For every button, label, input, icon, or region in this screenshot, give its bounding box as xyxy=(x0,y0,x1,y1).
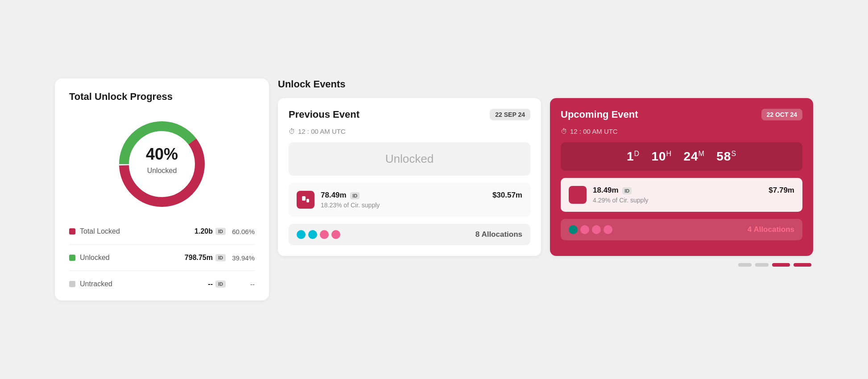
countdown-seconds: 58S xyxy=(716,149,736,163)
svg-rect-5 xyxy=(302,196,306,201)
main-container: Total Unlock Progress 40% Unlocked xyxy=(55,78,813,301)
untracked-badge: ID xyxy=(215,280,226,288)
page-dot-1[interactable] xyxy=(738,263,752,267)
legend: Total Locked 1.20b ID 60.06% Unlocked 79… xyxy=(69,227,255,288)
upcoming-token-info: 18.49m ID $7.79m 4.29% of Cir. supply xyxy=(561,178,802,212)
prev-allocations-row[interactable]: 8 Allocations xyxy=(289,224,530,245)
upcoming-token-details: 18.49m ID $7.79m 4.29% of Cir. supply xyxy=(593,186,794,204)
upcoming-event-title: Upcoming Event xyxy=(561,109,638,120)
untracked-dot xyxy=(69,281,75,287)
prev-dot-1 xyxy=(297,230,306,239)
unlocked-value: 798.75m xyxy=(185,254,213,262)
untracked-label: Untracked xyxy=(80,280,112,288)
upcoming-event-date: 22 OCT 24 xyxy=(761,109,802,120)
donut-chart: 40% Unlocked xyxy=(113,115,211,213)
svg-rect-6 xyxy=(306,199,309,202)
page-dot-3[interactable] xyxy=(772,263,790,267)
upcoming-dot-1 xyxy=(569,225,578,234)
right-section: Unlock Events Previous Event 22 SEP 24 ⏱… xyxy=(278,78,813,267)
upcoming-token-supply: 4.29% of Cir. supply xyxy=(593,197,794,204)
prev-event-header: Previous Event 22 SEP 24 xyxy=(289,109,530,120)
upcoming-allocations-row[interactable]: 4 Allocations xyxy=(561,219,802,240)
prev-alloc-dots xyxy=(297,230,340,239)
page-dot-2[interactable] xyxy=(755,263,769,267)
upcoming-alloc-label: 4 Allocations xyxy=(748,225,794,234)
card-title: Total Unlock Progress xyxy=(69,91,255,103)
previous-event-card: Previous Event 22 SEP 24 ⏱ 12 : 00 AM UT… xyxy=(278,98,541,256)
donut-wrapper: 40% Unlocked xyxy=(69,115,255,213)
untracked-value: -- xyxy=(208,280,213,288)
prev-token-supply: 18.23% of Cir. supply xyxy=(321,202,522,209)
page-dot-4[interactable] xyxy=(794,263,811,267)
prev-event-title: Previous Event xyxy=(289,109,360,120)
prev-event-date: 22 SEP 24 xyxy=(490,109,530,120)
legend-row-untracked: Untracked -- ID -- xyxy=(69,280,255,288)
upcoming-event-card: Upcoming Event 22 OCT 24 ⏱ 12 : 00 AM UT… xyxy=(550,98,813,256)
unlocked-dot xyxy=(69,255,75,261)
svg-text:40%: 40% xyxy=(146,145,178,163)
prev-token-usd: $30.57m xyxy=(492,191,522,200)
prev-dot-4 xyxy=(331,230,340,239)
countdown-box: 1D 10H 24M 58S xyxy=(561,142,802,171)
untracked-pct: -- xyxy=(230,280,255,288)
clock-icon: ⏱ xyxy=(289,128,295,135)
left-card: Total Unlock Progress 40% Unlocked xyxy=(55,78,269,301)
prev-event-time-text: 12 : 00 AM UTC xyxy=(298,128,346,135)
unlocked-status-box: Unlocked xyxy=(289,142,530,176)
upcoming-event-time: ⏱ 12 : 00 AM UTC xyxy=(561,128,802,135)
prev-alloc-label: 8 Allocations xyxy=(475,230,522,239)
prev-token-details: 78.49m ID $30.57m 18.23% of Cir. supply xyxy=(321,191,522,209)
upcoming-dot-4 xyxy=(603,225,612,234)
events-row: Previous Event 22 SEP 24 ⏱ 12 : 00 AM UT… xyxy=(278,98,813,256)
unlocked-pct: 39.94% xyxy=(230,254,255,262)
prev-token-badge: ID xyxy=(350,192,360,199)
unlocked-label: Unlocked xyxy=(80,254,110,262)
svg-rect-8 xyxy=(579,194,581,198)
locked-label: Total Locked xyxy=(80,227,120,235)
countdown-hours: 10H xyxy=(651,149,676,163)
pagination xyxy=(278,263,813,267)
unlocked-status-text: Unlocked xyxy=(385,152,434,165)
upcoming-dot-3 xyxy=(592,225,601,234)
prev-dot-2 xyxy=(308,230,317,239)
legend-row-locked: Total Locked 1.20b ID 60.06% xyxy=(69,227,255,235)
svg-rect-7 xyxy=(574,191,578,196)
svg-text:Unlocked: Unlocked xyxy=(147,167,177,174)
countdown-minutes: 24M xyxy=(683,149,708,163)
upcoming-token-amount: 18.49m xyxy=(593,186,619,194)
upcoming-clock-icon: ⏱ xyxy=(561,128,567,135)
legend-row-unlocked: Unlocked 798.75m ID 39.94% xyxy=(69,254,255,262)
upcoming-token-badge: ID xyxy=(622,187,632,194)
countdown-days: 1D xyxy=(627,149,644,163)
locked-pct: 60.06% xyxy=(230,228,255,235)
upcoming-event-time-text: 12 : 00 AM UTC xyxy=(570,128,618,135)
locked-badge: ID xyxy=(215,228,226,235)
upcoming-event-header: Upcoming Event 22 OCT 24 xyxy=(561,109,802,120)
prev-token-icon xyxy=(297,191,314,209)
upcoming-dot-2 xyxy=(580,225,589,234)
locked-value: 1.20b xyxy=(194,227,213,235)
prev-dot-3 xyxy=(320,230,329,239)
prev-token-info: 78.49m ID $30.57m 18.23% of Cir. supply xyxy=(289,183,530,217)
locked-dot xyxy=(69,228,75,235)
upcoming-alloc-dots xyxy=(569,225,612,234)
prev-token-amount: 78.49m xyxy=(321,191,347,199)
upcoming-token-icon xyxy=(569,186,587,204)
prev-event-time: ⏱ 12 : 00 AM UTC xyxy=(289,128,530,135)
unlocked-badge: ID xyxy=(215,254,226,261)
upcoming-token-usd: $7.79m xyxy=(769,186,794,195)
section-title: Unlock Events xyxy=(278,78,813,90)
